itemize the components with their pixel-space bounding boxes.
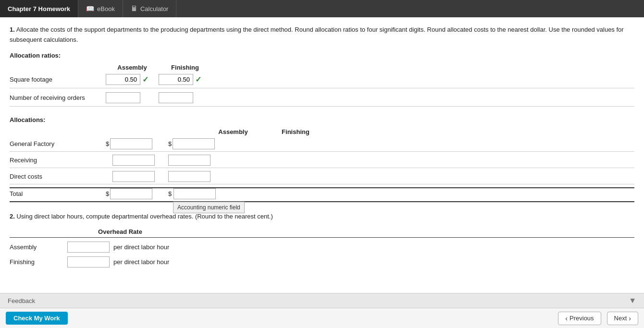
receiving-orders-row: Number of receiving orders <box>10 92 634 107</box>
instruction-number: 1. <box>10 26 15 33</box>
receiving-orders-label: Number of receiving orders <box>10 94 106 101</box>
alloc-assembly-header: Assembly <box>202 128 264 135</box>
finishing-header: Finishing <box>159 64 211 71</box>
finishing-per-label: per direct labor hour <box>113 258 169 266</box>
assembly-overhead-row: Assembly per direct labor hour <box>10 242 634 253</box>
section2-number: 2. <box>10 213 15 220</box>
calculator-tab[interactable]: 🖩 Calculator <box>123 0 177 17</box>
overhead-header: Overhead Rate <box>10 228 634 238</box>
allocation-ratios-section: Allocation ratios: Assembly Finishing Sq… <box>10 52 634 107</box>
section2-text: Using direct labor hours, compute depart… <box>15 213 273 220</box>
square-footage-finishing-cell: ✓ <box>159 74 211 85</box>
square-footage-row: Square footage ✓ ✓ <box>10 74 634 88</box>
total-row: Total $ $ Accounting numeric field <box>10 187 634 202</box>
total-label: Total <box>10 190 106 197</box>
instructions: 1. Allocate the costs of the support dep… <box>10 25 634 45</box>
assembly-overhead-input[interactable] <box>67 242 110 253</box>
top-nav: Chapter 7 Homework 📖 eBook 🖩 Calculator <box>0 0 644 17</box>
receiving-finishing-input[interactable] <box>168 155 211 166</box>
ebook-icon: 📖 <box>86 5 94 12</box>
receiving-row: Receiving <box>10 155 634 168</box>
general-factory-assembly-cell: $ <box>106 138 168 149</box>
direct-costs-row: Direct costs <box>10 171 634 184</box>
finishing-overhead-row: Finishing per direct labor hour <box>10 256 634 267</box>
overhead-rate-header: Overhead Rate <box>67 228 173 235</box>
total-assembly-input[interactable] <box>110 188 152 199</box>
direct-costs-finishing-input[interactable] <box>168 171 211 182</box>
receiving-orders-finishing-input[interactable] <box>159 92 193 103</box>
square-footage-assembly-check: ✓ <box>142 75 149 84</box>
allocations-section: Allocations: Assembly Finishing General … <box>10 116 634 202</box>
section2-instructions: 2. Using direct labor hours, compute dep… <box>10 212 634 222</box>
allocation-ratios-title: Allocation ratios: <box>10 52 634 59</box>
calculator-label: Calculator <box>140 5 169 12</box>
square-footage-assembly-cell: ✓ <box>106 74 159 85</box>
general-factory-finishing-dollar: $ <box>168 140 172 147</box>
overhead-table: Overhead Rate Assembly per direct labor … <box>10 228 634 267</box>
general-factory-finishing-input[interactable] <box>173 138 215 149</box>
receiving-orders-assembly-input[interactable] <box>106 92 140 103</box>
total-finishing-input[interactable] <box>173 188 216 199</box>
instruction-text: Allocate the costs of the support depart… <box>10 26 624 43</box>
calculator-icon: 🖩 <box>131 5 137 12</box>
allocation-ratios-header: Assembly Finishing <box>106 64 634 71</box>
general-factory-row: General Factory $ $ <box>10 138 634 152</box>
assembly-overhead-label: Assembly <box>10 243 67 251</box>
receiving-label: Receiving <box>10 157 106 164</box>
receiving-orders-finishing-cell <box>159 92 211 103</box>
receiving-assembly-cell <box>106 155 168 166</box>
direct-costs-assembly-cell <box>106 171 168 182</box>
total-assembly-dollar: $ <box>106 190 109 197</box>
square-footage-label: Square footage <box>10 76 106 83</box>
general-factory-finishing-cell: $ <box>168 138 231 149</box>
chapter-title: Chapter 7 Homework <box>0 0 78 17</box>
general-factory-assembly-dollar: $ <box>106 140 109 147</box>
square-footage-assembly-input[interactable] <box>106 74 140 85</box>
receiving-orders-assembly-cell <box>106 92 159 103</box>
total-finishing-cell: $ Accounting numeric field <box>168 188 231 199</box>
alloc-finishing-header: Finishing <box>264 128 327 135</box>
allocations-title: Allocations: <box>10 116 634 123</box>
finishing-overhead-input[interactable] <box>67 256 110 267</box>
square-footage-finishing-input[interactable] <box>159 74 193 85</box>
direct-costs-label: Direct costs <box>10 173 106 180</box>
general-factory-label: General Factory <box>10 140 106 147</box>
allocations-header: Assembly Finishing <box>106 128 634 135</box>
finishing-overhead-label: Finishing <box>10 258 67 266</box>
section2: 2. Using direct labor hours, compute dep… <box>10 212 634 268</box>
direct-costs-assembly-input[interactable] <box>112 171 155 182</box>
receiving-finishing-cell <box>168 155 231 166</box>
square-footage-finishing-check: ✓ <box>195 75 201 84</box>
ebook-tab[interactable]: 📖 eBook <box>78 0 123 17</box>
assembly-per-label: per direct labor hour <box>113 243 169 251</box>
direct-costs-finishing-cell <box>168 171 231 182</box>
main-content: 1. Allocate the costs of the support dep… <box>0 17 644 267</box>
general-factory-assembly-input[interactable] <box>110 138 152 149</box>
total-finishing-dollar: $ <box>168 190 172 197</box>
ebook-label: eBook <box>97 5 115 12</box>
receiving-assembly-input[interactable] <box>112 155 155 166</box>
total-assembly-cell: $ <box>106 188 168 199</box>
assembly-header: Assembly <box>106 64 159 71</box>
